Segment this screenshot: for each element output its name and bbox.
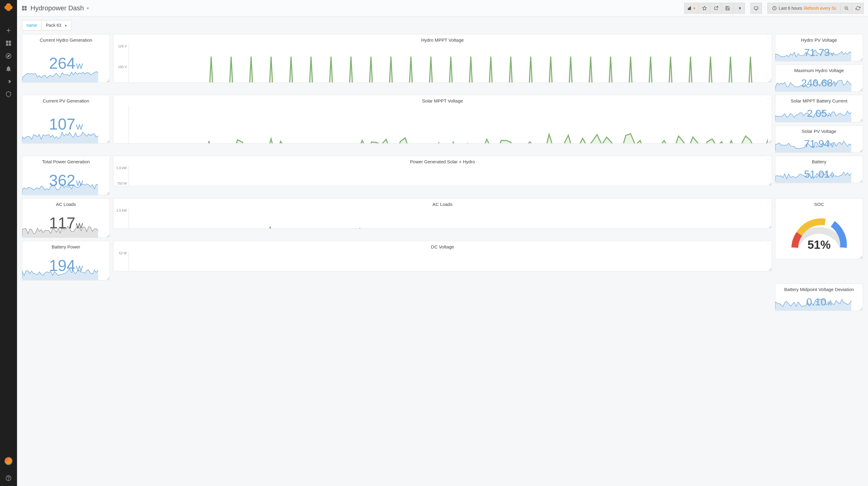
resize-handle[interactable] — [107, 79, 109, 82]
tv-mode-button[interactable] — [750, 3, 762, 14]
chart-plot[interactable] — [129, 105, 768, 144]
plus-icon[interactable] — [5, 27, 12, 34]
resize-handle[interactable] — [860, 308, 862, 310]
chart-panel-dc_voltage[interactable]: ⋯ DC Voltage 52 W50 W48 W46 W 07:0008:00… — [113, 241, 772, 271]
refresh-button[interactable] — [852, 3, 864, 14]
chevron-down-icon: ▾ — [87, 6, 89, 10]
loading-icon: ⋯ — [767, 200, 770, 204]
panel-title: AC Loads — [22, 199, 110, 208]
chart-panel-solar_mppt_v[interactable]: ⋯ Solar MPPT Voltage 07:0008:0009:0010:0… — [113, 95, 772, 144]
svg-rect-4 — [9, 44, 11, 46]
stat-panel-midpoint[interactable]: Battery Midpoint Voltage Deviation 0.10% — [775, 283, 863, 311]
chart-plot[interactable] — [129, 209, 768, 229]
panel-title: Current PV Generation — [22, 95, 110, 105]
share-button[interactable] — [710, 3, 722, 14]
chart-panel-power_gen[interactable]: ⋯ Power Generated Solar + Hydro 1.0 kW75… — [113, 156, 772, 186]
resize-handle[interactable] — [107, 234, 109, 237]
compass-icon[interactable] — [5, 52, 12, 60]
stat-panel-pv_gen[interactable]: Current PV Generation 107W — [22, 95, 110, 144]
panel-title: SOC — [775, 199, 863, 208]
user-avatar[interactable] — [4, 457, 13, 465]
grafana-logo-icon[interactable] — [4, 2, 13, 12]
stat-value: 2.05A — [807, 107, 831, 119]
loading-icon: ⋯ — [767, 36, 770, 40]
gear-icon[interactable] — [5, 78, 12, 85]
bell-icon[interactable] — [5, 65, 12, 73]
svg-rect-1 — [6, 41, 8, 43]
resize-handle[interactable] — [769, 225, 771, 228]
dashboard-grid-icon[interactable] — [5, 39, 12, 47]
chart-panel-hydro_mppt_v[interactable]: ⋯ Hydro MPPT Voltage 120 V100 V80 V60 V … — [113, 34, 772, 83]
stat-panel-solar_pv_v[interactable]: Solar PV Voltage 71.94V — [775, 125, 863, 153]
stat-panel-batt_power[interactable]: Battery Power 194W — [22, 241, 110, 280]
resize-handle[interactable] — [769, 79, 771, 82]
time-picker-button[interactable]: Last 6 hours Refresh every 5s — [767, 3, 841, 14]
resize-handle[interactable] — [107, 140, 109, 143]
resize-handle[interactable] — [769, 183, 771, 185]
panel-title: Battery — [775, 156, 863, 166]
resize-handle[interactable] — [769, 140, 771, 143]
stat-value: 107W — [49, 115, 83, 133]
star-button[interactable] — [699, 3, 710, 14]
panel-title: Hydro MPPT Voltage — [113, 34, 772, 44]
time-range-text: Last 6 hours — [779, 6, 802, 11]
resize-handle[interactable] — [107, 192, 109, 194]
panel-title: Battery Midpoint Voltage Deviation — [775, 284, 863, 293]
chart-panel-ac_loads_chart[interactable]: ⋯ AC Loads 1.0 kW500 W0 W 07:0008:0009:0… — [113, 198, 772, 229]
resize-handle[interactable] — [860, 88, 862, 91]
resize-handle[interactable] — [107, 277, 109, 280]
stat-value: 362W — [49, 171, 83, 190]
panel-title: Total Power Generation — [22, 156, 110, 166]
chart-plot[interactable] — [129, 251, 768, 271]
svg-rect-13 — [689, 7, 690, 10]
panel-title: Maximum Hydro Voltage — [775, 65, 863, 74]
chart-plot[interactable] — [129, 45, 768, 83]
svg-rect-9 — [25, 6, 27, 8]
loading-icon: ⋯ — [767, 243, 770, 247]
svg-rect-8 — [22, 6, 24, 8]
stat-panel-battery_v[interactable]: Battery 51.01V — [775, 156, 863, 183]
dashboard-dropdown[interactable]: Hydropower Dash ▾ — [21, 4, 89, 12]
resize-handle[interactable] — [860, 256, 862, 258]
help-icon[interactable] — [5, 475, 12, 482]
svg-rect-11 — [25, 8, 27, 10]
variable-dropdown[interactable]: Pack 63 ▼ — [41, 20, 72, 30]
resize-handle[interactable] — [860, 58, 862, 60]
svg-rect-14 — [690, 6, 691, 10]
svg-point-7 — [8, 479, 9, 480]
gauge-panel-soc[interactable]: SOC 51% — [775, 198, 863, 259]
resize-handle[interactable] — [860, 180, 862, 182]
sidebar — [0, 0, 17, 486]
y-axis: 1.0 kW500 W0 W — [116, 209, 129, 229]
topbar: Hydropower Dash ▾ + Last 6 hours Refresh… — [17, 0, 868, 17]
stat-panel-total_gen[interactable]: Total Power Generation 362W — [22, 156, 110, 195]
panel-title: Current Hydro Generation — [22, 34, 110, 44]
stat-panel-solar_batt_cur[interactable]: Solar MPPT Battery Current 2.05A — [775, 95, 863, 122]
resize-handle[interactable] — [860, 119, 862, 121]
chart-plot[interactable] — [129, 166, 768, 186]
stat-panel-hydro_gen[interactable]: Current Hydro Generation 264W — [22, 34, 110, 83]
shield-icon[interactable] — [5, 91, 12, 98]
settings-button[interactable] — [733, 3, 745, 14]
stat-value: 71.94V — [804, 138, 834, 150]
clock-icon — [772, 6, 777, 11]
y-axis: 1.0 kW750 W500 W250 W0 W — [116, 166, 129, 186]
zoom-out-button[interactable] — [841, 3, 852, 14]
svg-rect-2 — [9, 41, 11, 43]
stat-value: 117W — [49, 214, 83, 232]
save-button[interactable] — [722, 3, 733, 14]
stat-panel-hydro_pv_v[interactable]: Hydro PV Voltage 71.73V — [775, 34, 863, 61]
svg-rect-12 — [688, 8, 689, 10]
add-panel-button[interactable]: + — [684, 3, 699, 14]
stat-panel-ac_loads[interactable]: AC Loads 117W — [22, 198, 110, 238]
resize-handle[interactable] — [860, 149, 862, 152]
y-axis: 52 W50 W48 W46 W — [116, 251, 129, 271]
resize-handle[interactable] — [769, 268, 771, 270]
stat-value: 71.73V — [804, 47, 834, 58]
svg-rect-15 — [754, 7, 758, 9]
dashboard-content: name Pack 63 ▼ Current Hydro Generation … — [17, 17, 868, 486]
chevron-down-icon: ▼ — [64, 24, 67, 27]
y-axis: 120 V100 V80 V60 V — [116, 45, 129, 83]
panel-title: AC Loads — [113, 199, 772, 208]
stat-panel-max_hydro_v[interactable]: Maximum Hydro Voltage 240.68V — [775, 64, 863, 92]
